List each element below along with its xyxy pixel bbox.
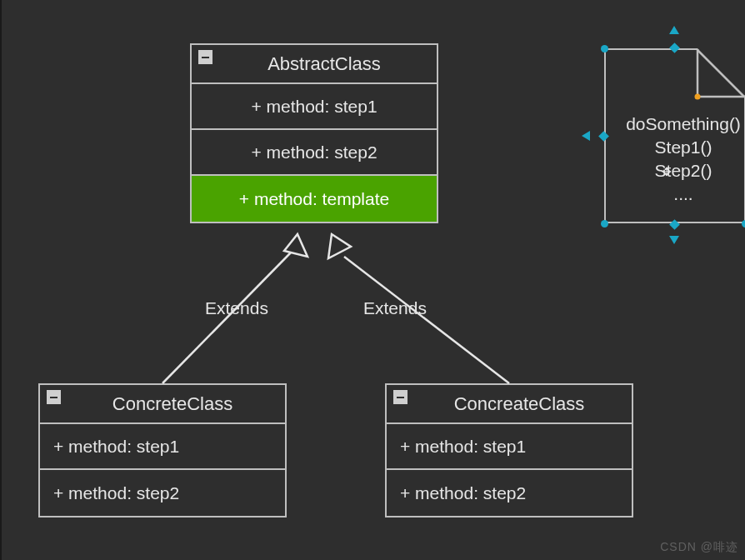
extends-label-right: Extends [363, 298, 427, 318]
collapse-icon[interactable] [393, 390, 408, 404]
class-row[interactable]: + method: step2 [40, 470, 285, 516]
collapse-icon[interactable] [47, 390, 61, 404]
class-title: AbstractClass [192, 53, 437, 75]
collapse-icon[interactable] [198, 50, 212, 64]
selection-arrow-left[interactable] [582, 131, 590, 141]
class-header[interactable]: AbstractClass [192, 45, 437, 84]
class-row[interactable]: + method: step1 [40, 424, 285, 470]
selection-handle[interactable] [742, 220, 745, 228]
class-header[interactable]: ConcreateClass [387, 385, 632, 424]
class-row[interactable]: + method: step2 [192, 130, 437, 176]
extends-label-left: Extends [205, 298, 268, 318]
svg-line-2 [344, 257, 509, 383]
selection-arrow-up[interactable] [669, 26, 679, 34]
uml-class-abstract[interactable]: AbstractClass + method: step1 + method: … [190, 43, 438, 223]
note-line: Step1() [655, 138, 712, 157]
selection-arrow-down[interactable] [669, 236, 679, 244]
class-header[interactable]: ConcreteClass [40, 385, 285, 424]
uml-class-concrete1[interactable]: ConcreteClass + method: step1 + method: … [38, 383, 287, 518]
class-row[interactable]: + method: step1 [192, 84, 437, 130]
class-title: ConcreteClass [40, 393, 285, 415]
selection-handle[interactable] [601, 220, 608, 228]
note-line: doSomething() [626, 114, 741, 133]
note-line: .... [673, 184, 692, 203]
watermark: CSDN @啡迹 [660, 540, 738, 555]
svg-marker-1 [284, 234, 308, 257]
class-row-template[interactable]: + method: template [192, 176, 437, 222]
uml-class-concrete2[interactable]: ConcreateClass + method: step1 + method:… [385, 383, 633, 518]
class-title: ConcreateClass [387, 393, 632, 415]
class-row[interactable]: + method: step1 [387, 424, 632, 470]
uml-note[interactable]: doSomething() Step1() Step2() .... [600, 44, 745, 228]
class-row[interactable]: + method: step2 [387, 470, 632, 516]
note-line: Step2() [655, 161, 712, 180]
svg-marker-3 [328, 234, 351, 258]
selection-handle[interactable] [601, 45, 608, 52]
canvas-left-edge [0, 0, 2, 560]
note-text: doSomething() Step1() Step2() .... [604, 112, 745, 206]
